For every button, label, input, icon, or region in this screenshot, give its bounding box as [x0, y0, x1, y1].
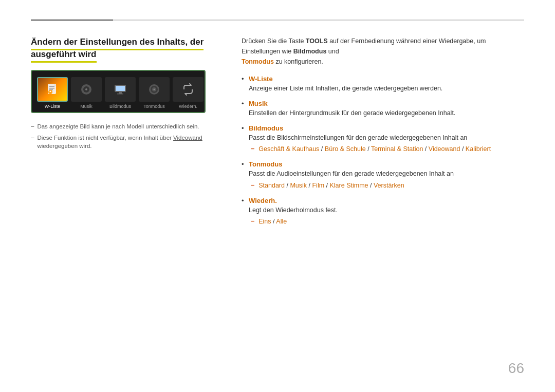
bullet-item-tonmodus: Tonmodus Passt die Audioeinstellungen fü… — [242, 160, 524, 191]
note-underline-word: Videowand — [173, 135, 202, 141]
sub-dash-bildmodus: – — [251, 144, 254, 152]
svg-rect-2 — [49, 88, 54, 89]
bullet-item-bildmodus: Bildmodus Passt die Bildschirmeinstellun… — [242, 124, 524, 155]
sub-text-wiederh: Eins / Alle — [258, 217, 287, 227]
bullet-desc-musik: Einstellen der Hintergrundmusik für den … — [249, 108, 524, 118]
main-heading: Ändern der Einstellungen des Inhalts, de… — [31, 37, 203, 63]
bullet-desc-wliste: Anzeige einer Liste mit Inhalten, die ge… — [249, 84, 524, 94]
bullet-title-tonmodus: Tonmodus — [249, 160, 282, 168]
icon-label-wliste: W-Liste — [45, 104, 60, 112]
bildmodus-opt-4: Videowand — [429, 145, 460, 153]
svg-rect-12 — [119, 92, 122, 94]
bullet-title-wliste: W-Liste — [249, 75, 273, 83]
page-number: 66 — [508, 360, 524, 377]
device-icon-musik: Musik — [71, 77, 102, 112]
device-icon-wliste: W-Liste — [37, 77, 68, 112]
speaker-icon — [147, 82, 161, 97]
tonmodus-opt-2: Musik — [290, 182, 307, 189]
sub-text-tonmodus: Standard / Musik / Film / Klare Stimme /… — [258, 181, 404, 191]
bullet-desc-bildmodus: Passt die Bildschirmeinstellungen für de… — [249, 133, 524, 143]
tonmodus-opt-5: Verstärken — [374, 182, 404, 189]
disc-icon — [79, 82, 94, 97]
sub-bullet-bildmodus: – Geschäft & Kaufhaus / Büro & Schule / … — [249, 144, 524, 154]
sub-text-bildmodus: Geschäft & Kaufhaus / Büro & Schule / Te… — [258, 144, 491, 154]
sub-dash-tonmodus: – — [251, 181, 254, 189]
sub-bullet-tonmodus: – Standard / Musik / Film / Klare Stimme… — [249, 181, 524, 191]
document-icon — [45, 82, 60, 97]
device-icons-row: W-Liste Musik — [37, 77, 199, 112]
monitor-icon — [113, 82, 127, 97]
device-icon-tonmodus: Tonmodus — [139, 77, 170, 112]
top-line-accent — [31, 20, 113, 21]
wiederh-opt-1: Eins — [258, 218, 271, 225]
device-panel: W-Liste Musik — [31, 70, 206, 113]
note-dash-2: – — [31, 134, 34, 140]
icon-label-tonmodus: Tonmodus — [143, 104, 165, 112]
note-text-2: Diese Funktion ist nicht verfügbar, wenn… — [37, 134, 221, 150]
svg-rect-13 — [117, 94, 123, 95]
repeat-icon — [181, 82, 195, 97]
icon-box-musik — [71, 77, 102, 102]
bullet-item-musik: Musik Einstellen der Hintergrundmusik fü… — [242, 100, 524, 118]
bullet-desc-tonmodus: Passt die Audioeinstellungen für den ger… — [249, 169, 524, 179]
bullet-desc-wiederh: Legt den Wiederholmodus fest. — [249, 206, 524, 215]
icon-box-bildmodus — [105, 77, 136, 102]
bullet-title-wiederh: Wiederh. — [249, 197, 277, 204]
svg-point-9 — [85, 88, 87, 90]
bullet-title-musik: Musik — [249, 100, 268, 107]
svg-rect-1 — [49, 86, 54, 87]
tonmodus-opt-1: Standard — [258, 182, 285, 189]
bullet-list: W-Liste Anzeige einer Liste mit Inhalten… — [242, 75, 524, 227]
intro-text: Drücken Sie die Taste TOOLS auf der Fern… — [242, 36, 524, 67]
bildmodus-opt-1: Geschäft & Kaufhaus — [258, 145, 319, 153]
tonmodus-label-intro: Tonmodus — [242, 58, 274, 65]
bullet-item-wliste: W-Liste Anzeige einer Liste mit Inhalten… — [242, 75, 524, 94]
note-dash-1: – — [31, 123, 34, 129]
icon-box-wliste — [37, 77, 68, 102]
bildmodus-opt-5: Kalibriert — [466, 145, 491, 153]
sub-bullet-wiederh: – Eins / Alle — [249, 217, 524, 227]
notes-section: – Das angezeigte Bild kann je nach Model… — [31, 122, 221, 150]
bullet-item-wiederh: Wiederh. Legt den Wiederholmodus fest. –… — [242, 197, 524, 227]
device-icon-wiederh: Wiederh. — [173, 77, 203, 112]
tonmodus-opt-4: Klare Stimme — [330, 182, 368, 189]
svg-rect-11 — [116, 86, 125, 91]
tools-label: TOOLS — [306, 38, 328, 45]
left-column: Ändern der Einstellungen des Inhalts, de… — [31, 36, 221, 233]
svg-point-17 — [154, 88, 155, 90]
tonmodus-opt-3: Film — [312, 182, 324, 189]
bildmodus-label-intro: Bildmodus — [293, 48, 327, 55]
note-item-2: – Diese Funktion ist nicht verfügbar, we… — [31, 134, 221, 150]
bildmodus-opt-2: Büro & Schule — [325, 145, 366, 153]
wiederh-opt-2: Alle — [276, 218, 287, 225]
device-icon-bildmodus: Bildmodus — [105, 77, 136, 112]
heading-wrapper: Ändern der Einstellungen des Inhalts, de… — [31, 36, 221, 61]
icon-box-tonmodus — [139, 77, 170, 102]
bullet-title-bildmodus: Bildmodus — [249, 124, 283, 132]
right-column: Drücken Sie die Taste TOOLS auf der Fern… — [242, 36, 524, 233]
bildmodus-opt-3: Terminal & Station — [371, 145, 423, 153]
sub-dash-wiederh: – — [251, 217, 254, 225]
note-text-1: Das angezeigte Bild kann je nach Modell … — [37, 122, 199, 130]
icon-box-wiederh — [173, 77, 203, 102]
icon-label-wiederh: Wiederh. — [179, 104, 197, 112]
icon-label-bildmodus: Bildmodus — [109, 104, 131, 112]
icon-label-musik: Musik — [80, 104, 92, 112]
note-item-1: – Das angezeigte Bild kann je nach Model… — [31, 122, 221, 130]
